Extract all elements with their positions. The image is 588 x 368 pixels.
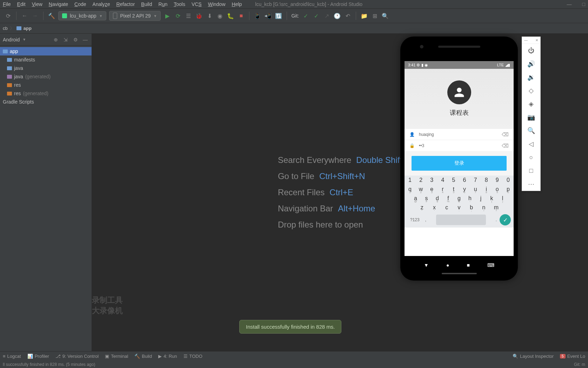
kb-key[interactable]: u7 bbox=[470, 185, 481, 194]
menu-file[interactable]: File bbox=[3, 1, 11, 7]
maximize-button[interactable]: □ bbox=[582, 1, 585, 7]
kb-key[interactable]: i8 bbox=[481, 185, 492, 194]
kb-key[interactable]: r4 bbox=[437, 185, 448, 194]
sdk-icon[interactable]: 📲 bbox=[264, 12, 272, 20]
kb-symbols[interactable]: ?123 bbox=[407, 217, 422, 222]
kb-key[interactable]: v: bbox=[453, 203, 465, 212]
menu-analyze[interactable]: Analyze bbox=[93, 1, 110, 7]
kb-key[interactable]: 8 bbox=[481, 176, 492, 185]
breadcrumb-root[interactable]: cb bbox=[3, 26, 8, 31]
kb-key[interactable]: 0 bbox=[503, 176, 514, 185]
kb-key[interactable]: 7 bbox=[470, 176, 481, 185]
kb-key[interactable]: t5 bbox=[448, 185, 459, 194]
tab-version-control[interactable]: ⎇ 9: Version Control bbox=[55, 354, 99, 359]
emu-back-icon[interactable]: ◁ bbox=[522, 137, 540, 151]
tab-run[interactable]: ▶ 4: Run bbox=[158, 354, 177, 359]
emu-home-icon[interactable]: ○ bbox=[522, 151, 540, 164]
kb-key[interactable]: p0 bbox=[503, 185, 514, 194]
tree-item-gradle[interactable]: Gradle Scripts bbox=[0, 98, 92, 106]
emu-power-icon[interactable]: ⏻ bbox=[522, 44, 540, 57]
tree-item-res[interactable]: res bbox=[0, 81, 92, 89]
kb-key[interactable]: j+ bbox=[475, 194, 486, 203]
kb-key[interactable]: n! bbox=[477, 203, 490, 212]
target-icon[interactable]: ⊕ bbox=[52, 36, 59, 43]
menu-code[interactable]: Code bbox=[74, 1, 86, 7]
kb-key[interactable]: h- bbox=[465, 194, 475, 203]
kb-key[interactable]: 3 bbox=[426, 176, 437, 185]
run-icon[interactable]: ▶ bbox=[163, 12, 171, 20]
emulator-screen[interactable]: 3:41 ⚙ ▮ ◉ LTE◢▮ 课程表 👤 huaqing ⌫ bbox=[405, 61, 514, 256]
emu-rotate-right-icon[interactable]: ◈ bbox=[522, 97, 540, 111]
login-button[interactable]: 登录 bbox=[412, 156, 507, 171]
menu-run[interactable]: Run bbox=[159, 1, 168, 7]
settings-icon[interactable]: ⊞ bbox=[371, 12, 379, 20]
kb-key[interactable]: 5 bbox=[448, 176, 459, 185]
breadcrumb-app[interactable]: app bbox=[24, 26, 32, 31]
nav-home[interactable]: ● bbox=[446, 262, 449, 268]
tab-terminal[interactable]: ▣ Terminal bbox=[105, 354, 128, 359]
emu-rotate-left-icon[interactable]: ◇ bbox=[522, 84, 540, 97]
nav-keyboard[interactable]: ⌨ bbox=[487, 262, 494, 268]
rollback-icon[interactable]: ↶ bbox=[344, 12, 352, 20]
emu-zoom-icon[interactable]: 🔍 bbox=[522, 124, 540, 137]
minimize-button[interactable]: — bbox=[567, 1, 572, 7]
menu-edit[interactable]: Edit bbox=[17, 1, 26, 7]
git-branch[interactable]: Git: m bbox=[574, 362, 585, 367]
kb-key[interactable]: k( bbox=[486, 194, 497, 203]
nav-recents[interactable]: ■ bbox=[467, 262, 469, 268]
password-field[interactable]: 🔒 ••3 ⌫ bbox=[405, 140, 514, 151]
project-structure-icon[interactable]: 📁 bbox=[360, 12, 368, 20]
stop-icon[interactable]: ■ bbox=[237, 12, 245, 20]
kb-key[interactable]: q1 bbox=[405, 185, 415, 194]
menu-vcs[interactable]: VCS bbox=[192, 1, 202, 7]
tree-item-java-gen[interactable]: java (generated) bbox=[0, 72, 92, 81]
emu-more-icon[interactable]: ⋯ bbox=[522, 177, 540, 191]
emu-volume-down-icon[interactable]: 🔉 bbox=[522, 71, 540, 84]
kb-key[interactable]: y6 bbox=[459, 185, 470, 194]
refresh-icon[interactable]: ⟳ bbox=[4, 12, 12, 20]
menu-navigate[interactable]: Navigate bbox=[49, 1, 68, 7]
menu-window[interactable]: Window bbox=[208, 1, 226, 7]
kb-key[interactable]: g& bbox=[454, 194, 465, 203]
forward-icon[interactable]: → bbox=[31, 12, 39, 20]
tree-item-app[interactable]: app bbox=[0, 47, 92, 55]
search-icon[interactable]: 🔍 bbox=[381, 12, 389, 20]
kb-key[interactable]: a@ bbox=[410, 194, 421, 203]
kb-spacebar[interactable] bbox=[436, 215, 486, 225]
tree-item-java[interactable]: java bbox=[0, 64, 92, 72]
kb-comma[interactable]: , bbox=[422, 217, 429, 222]
commit-icon[interactable]: ✓ bbox=[302, 12, 309, 20]
tree-item-res-gen[interactable]: res (generated) bbox=[0, 89, 92, 98]
tab-layout-inspector[interactable]: 🔍 Layout Inspector bbox=[513, 354, 554, 359]
tab-event-log[interactable]: 5 Event Lo bbox=[560, 354, 585, 359]
apply-changes-icon[interactable]: ⟳ bbox=[174, 12, 182, 20]
emu-close[interactable]: ✕ bbox=[535, 38, 538, 42]
debug-icon[interactable]: ☰ bbox=[185, 12, 192, 20]
nav-back[interactable]: ▼ bbox=[424, 262, 429, 268]
bug-icon[interactable]: 🐞 bbox=[195, 12, 203, 20]
push-icon[interactable]: ✓ bbox=[312, 12, 320, 20]
sidebar-view-selector[interactable]: Android bbox=[3, 37, 20, 42]
emu-overview-icon[interactable]: □ bbox=[522, 164, 540, 177]
username-field[interactable]: 👤 huaqing ⌫ bbox=[405, 129, 514, 140]
tab-profiler[interactable]: 📊 Profiler bbox=[27, 354, 49, 359]
hide-icon[interactable]: — bbox=[82, 36, 89, 43]
kb-key[interactable]: 6 bbox=[459, 176, 470, 185]
pull-icon[interactable]: ↗ bbox=[323, 12, 330, 20]
menu-help[interactable]: Help bbox=[232, 1, 242, 7]
emu-volume-up-icon[interactable]: 🔊 bbox=[522, 57, 540, 71]
kb-key[interactable]: 2 bbox=[415, 176, 426, 185]
kb-key[interactable]: x" bbox=[428, 203, 440, 212]
tab-build[interactable]: 🔨 Build bbox=[134, 354, 152, 359]
kb-key[interactable]: b; bbox=[465, 203, 477, 212]
emu-minimize[interactable]: — bbox=[524, 38, 528, 42]
profile-icon[interactable]: ◉ bbox=[216, 12, 224, 20]
kb-key[interactable]: c' bbox=[441, 203, 453, 212]
attach-debugger-icon[interactable]: 🐛 bbox=[227, 12, 234, 20]
menu-view[interactable]: View bbox=[32, 1, 42, 7]
kb-key[interactable]: m? bbox=[490, 203, 502, 212]
kb-key[interactable]: s# bbox=[421, 194, 432, 203]
kb-period[interactable]: . bbox=[493, 217, 500, 222]
menu-refactor[interactable]: Refactor bbox=[116, 1, 135, 7]
collapse-icon[interactable]: ⇲ bbox=[62, 36, 69, 43]
